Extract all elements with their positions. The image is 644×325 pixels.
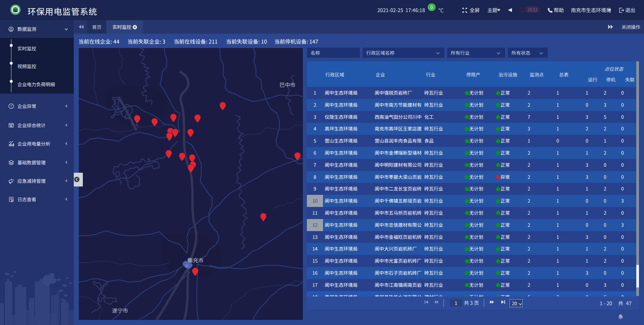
svg-text:巴中市: 巴中市 [279,80,296,89]
svg-text:遂宁市: 遂宁市 [112,306,128,314]
svg-text:南充市: 南充市 [187,256,204,264]
